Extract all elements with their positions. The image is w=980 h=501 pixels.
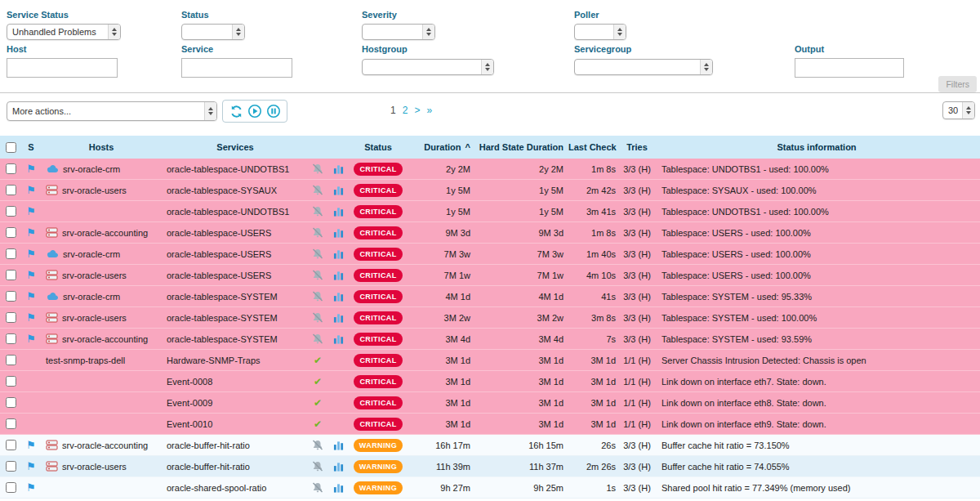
host-link[interactable]: srv-oracle-users (62, 271, 127, 280)
performance-graph-icon[interactable] (333, 207, 344, 217)
service-link[interactable]: Event-0008 (167, 377, 212, 387)
service-link[interactable]: Event-0009 (167, 398, 212, 408)
host-link[interactable]: srv-oracle-crm (63, 249, 120, 259)
service-link[interactable]: oracle-tablespace-UNDOTBS1 (167, 164, 289, 174)
host-link[interactable]: srv-oracle-users (62, 186, 127, 195)
performance-graph-icon[interactable] (333, 313, 344, 323)
performance-graph-icon[interactable] (333, 441, 344, 450)
performance-graph-icon[interactable] (333, 249, 344, 259)
service-status-select[interactable]: Unhandled Problems (7, 24, 121, 40)
servicegroup-select[interactable] (574, 59, 713, 75)
service-link[interactable]: oracle-tablespace-SYSAUX (167, 186, 277, 195)
sort-asc-icon: ^ (466, 142, 470, 152)
row-checkbox[interactable] (6, 291, 16, 302)
row-checkbox[interactable] (6, 482, 16, 493)
col-header-hosts[interactable]: Hosts (41, 142, 162, 152)
notification-cell (309, 185, 327, 195)
service-link[interactable]: oracle-tablespace-UNDOTBS1 (167, 207, 289, 217)
col-header-services[interactable]: Services (162, 142, 309, 152)
tries-cell: 1/1 (H) (621, 377, 653, 387)
filters-button[interactable]: Filters (938, 76, 977, 92)
row-checkbox[interactable] (6, 206, 16, 217)
host-link[interactable]: srv-oracle-users (62, 313, 127, 323)
row-checkbox[interactable] (6, 376, 16, 387)
page-next-link[interactable]: > (414, 105, 420, 116)
performance-graph-icon[interactable] (333, 292, 344, 302)
service-link[interactable]: oracle-shared-spool-ratio (167, 483, 266, 493)
poller-select[interactable] (574, 24, 626, 40)
host-link[interactable]: srv-oracle-crm (63, 164, 120, 174)
performance-graph-icon[interactable] (333, 271, 344, 280)
service-input[interactable] (181, 58, 292, 78)
host-input[interactable] (7, 58, 118, 78)
service-link[interactable]: Hardware-SNMP-Traps (167, 356, 261, 365)
resume-button[interactable] (247, 104, 262, 119)
row-checkbox[interactable] (6, 397, 16, 408)
select-stepper-icon (962, 102, 974, 119)
col-header-duration[interactable]: Duration^ (407, 142, 475, 152)
page-size-select[interactable]: 30 (942, 101, 975, 119)
more-actions-select[interactable]: More actions... (7, 101, 217, 121)
host-link[interactable]: test-snmp-traps-dell (46, 356, 125, 365)
row-checkbox[interactable] (6, 227, 16, 238)
row-checkbox[interactable] (6, 355, 16, 365)
row-checkbox[interactable] (6, 418, 16, 429)
col-header-status[interactable]: Status (350, 142, 407, 152)
col-header-hard-state-duration[interactable]: Hard State Duration (475, 142, 568, 152)
status-cell: CRITICAL (350, 163, 407, 176)
row-checkbox[interactable] (6, 270, 16, 280)
host-link[interactable]: srv-oracle-crm (63, 292, 120, 302)
duration-cell: 1y 5M (407, 207, 475, 217)
status-badge: WARNING (354, 460, 403, 473)
row-checkbox[interactable] (6, 248, 16, 259)
output-input[interactable] (795, 58, 904, 78)
row-checkbox[interactable] (6, 461, 16, 472)
refresh-button[interactable] (229, 104, 243, 119)
col-header-s[interactable]: S (21, 142, 41, 152)
status-cell: CRITICAL (350, 333, 407, 346)
notification-cell: ✔ (309, 397, 327, 409)
host-link[interactable]: srv-oracle-accounting (62, 334, 148, 344)
service-link[interactable]: oracle-tablespace-SYSTEM (167, 334, 278, 344)
col-header-tries[interactable]: Tries (621, 142, 653, 152)
graph-cell (327, 271, 350, 280)
severity-select[interactable] (362, 24, 435, 40)
row-checkbox[interactable] (6, 163, 16, 174)
performance-graph-icon[interactable] (333, 334, 344, 344)
last-check-cell: 7s (568, 334, 621, 344)
service-link[interactable]: Event-0010 (167, 419, 212, 429)
state-flag-cell: ⚑ (21, 163, 41, 174)
row-checkbox[interactable] (6, 333, 16, 344)
server-host-icon (46, 333, 58, 344)
status-cell: CRITICAL (350, 375, 407, 388)
status-cell: WARNING (350, 439, 407, 452)
host-link[interactable]: srv-oracle-accounting (62, 228, 148, 238)
service-link[interactable]: oracle-tablespace-SYSTEM (167, 292, 278, 302)
performance-graph-icon[interactable] (333, 186, 344, 195)
pause-button[interactable] (266, 104, 281, 119)
performance-graph-icon[interactable] (333, 164, 344, 174)
performance-graph-icon[interactable] (333, 483, 344, 493)
service-link[interactable]: oracle-tablespace-USERS (167, 228, 271, 238)
flapping-flag-icon: ⚑ (26, 481, 36, 494)
hostgroup-select[interactable] (362, 59, 494, 75)
select-all-checkbox[interactable] (6, 142, 16, 153)
row-checkbox[interactable] (6, 312, 16, 323)
host-link[interactable]: srv-oracle-users (62, 462, 127, 472)
col-header-status-information[interactable]: Status information (653, 142, 980, 152)
row-checkbox[interactable] (6, 185, 16, 195)
host-link[interactable]: srv-oracle-accounting (62, 441, 148, 450)
col-header-last-check[interactable]: Last Check (568, 142, 621, 152)
service-link[interactable]: oracle-tablespace-SYSTEM (167, 313, 278, 323)
performance-graph-icon[interactable] (333, 462, 344, 472)
status-cell: CRITICAL (350, 311, 407, 324)
service-link[interactable]: oracle-buffer-hit-ratio (167, 462, 250, 472)
performance-graph-icon[interactable] (333, 228, 344, 238)
status-select[interactable] (181, 24, 245, 40)
service-link[interactable]: oracle-tablespace-USERS (167, 249, 271, 259)
page-last-link[interactable]: » (426, 105, 432, 116)
page-2-link[interactable]: 2 (403, 105, 408, 116)
service-link[interactable]: oracle-tablespace-USERS (167, 271, 271, 280)
service-link[interactable]: oracle-buffer-hit-ratio (167, 441, 250, 450)
row-checkbox[interactable] (6, 440, 16, 450)
